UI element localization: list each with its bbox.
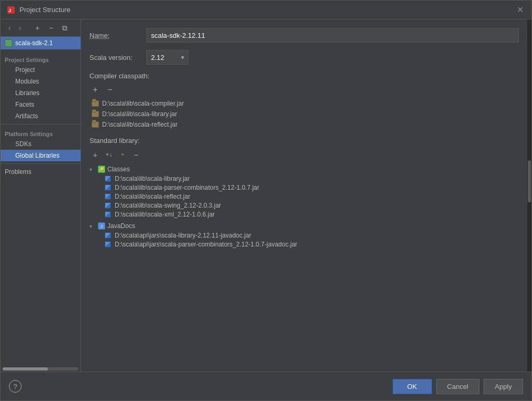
jar-icon-javadoc-1 (104, 241, 112, 248)
jar-icon-4 (104, 211, 112, 218)
classes-group-label: Classes (107, 166, 130, 173)
classpath-toolbar: + − (89, 84, 519, 96)
javadocs-icon-inner: J (98, 222, 105, 230)
std-lib-add-alt-button[interactable]: +↓ (103, 149, 115, 160)
classpath-item-0-label: D:\scala\lib\scala-compiler.jar (102, 100, 184, 107)
classes-chevron: ▾ (89, 167, 96, 172)
javadocs-item-1: D:\scala\api\jars\scala-parser-combinato… (89, 240, 519, 249)
classpath-remove-button[interactable]: − (104, 84, 116, 96)
sidebar-item-modules[interactable]: Modules (1, 76, 81, 87)
sidebar-item-project[interactable]: Project (1, 64, 81, 76)
classes-group-icon: 🔑 (98, 166, 105, 173)
sidebar-item-project-label: Project (15, 66, 35, 74)
tree-container: ▾ 🔑 Classes D:\scala\lib\scala-library.j… (89, 164, 519, 249)
scala-version-wrapper: 2.12 2.13 2.11 ▼ (146, 50, 188, 65)
std-lib-add-button[interactable]: + (89, 149, 101, 160)
sidebar-item-global-libraries-label: Global Libraries (15, 152, 59, 159)
jar-icon-1 (104, 184, 112, 191)
classes-icon-inner: 🔑 (98, 166, 105, 173)
name-label: Name: (89, 32, 142, 39)
javadocs-item-0: D:\scala\api\jars\scala-library-2.12.11-… (89, 231, 519, 240)
scala-version-select[interactable]: 2.12 2.13 2.11 (146, 50, 188, 65)
folder-icon-0 (92, 100, 99, 107)
cancel-button[interactable]: Cancel (436, 379, 479, 394)
help-button[interactable]: ? (9, 380, 22, 393)
sidebar-item-facets[interactable]: Facets (1, 99, 81, 110)
forward-arrow[interactable]: › (15, 23, 25, 33)
sidebar-item-problems[interactable]: Problems (1, 166, 81, 178)
section-project-settings: Project Settings (1, 53, 81, 64)
add-sdk-button[interactable]: + (32, 23, 43, 33)
section-platform-settings: Platform Settings (1, 127, 81, 138)
apply-button[interactable]: Apply (484, 379, 523, 394)
classpath-item-1: D:\scala\lib\scala-library.jar (89, 109, 519, 119)
ok-button[interactable]: OK (393, 379, 432, 394)
jar-icon-3 (104, 202, 112, 209)
classes-group-header[interactable]: ▾ 🔑 Classes (89, 164, 519, 174)
jar-icon-javadoc-0 (104, 232, 112, 239)
classes-item-3: D:\scala\lib\scala-swing_2.12-2.0.3.jar (89, 201, 519, 210)
classpath-item-0: D:\scala\lib\scala-compiler.jar (89, 99, 519, 108)
project-structure-dialog: J Project Structure ✕ ‹ › + − ⧉ sc (0, 0, 532, 401)
scrollbar-thumb (528, 160, 531, 202)
sdk-icon (5, 39, 12, 47)
right-scrollbar[interactable] (527, 19, 531, 372)
sdk-item-label: scala-sdk-2.1 (15, 39, 53, 47)
javadocs-group-label: JavaDocs (107, 222, 135, 230)
dialog-actions: OK Cancel Apply (393, 379, 523, 394)
javadocs-chevron: ▾ (89, 223, 96, 229)
sidebar-item-libraries[interactable]: Libraries (1, 87, 81, 99)
sidebar-scrollbar-thumb (3, 367, 48, 371)
sidebar-divider-2 (1, 163, 81, 164)
scala-version-label: Scala version: (89, 54, 142, 61)
right-panel: Name: Scala version: 2.12 2.13 2.11 ▼ Co… (81, 19, 527, 372)
jar-icon-0 (104, 175, 112, 182)
javadocs-group-icon: J (98, 222, 105, 230)
title-bar: J Project Structure ✕ (1, 1, 531, 19)
copy-sdk-button[interactable]: ⧉ (59, 23, 70, 33)
javadocs-group-header[interactable]: ▾ J JavaDocs (89, 221, 519, 231)
sidebar-divider (1, 124, 81, 125)
sidebar-item-global-libraries[interactable]: Global Libraries (1, 150, 81, 161)
svg-text:J: J (8, 8, 11, 13)
remove-sdk-button[interactable]: − (46, 23, 56, 33)
jar-icon-2 (104, 193, 112, 200)
nav-arrows: ‹ › (5, 23, 25, 33)
app-icon: J (7, 6, 15, 14)
sidebar-item-sdks-label: SDKs (15, 140, 32, 148)
classpath-item-1-label: D:\scala\lib\scala-library.jar (102, 110, 177, 118)
classes-item-0: D:\scala\lib\scala-library.jar (89, 174, 519, 183)
folder-icon-1 (92, 111, 99, 117)
main-content: ‹ › + − ⧉ scala-sdk-2.1 Project Settings… (1, 19, 531, 372)
sidebar-item-libraries-label: Libraries (15, 89, 39, 97)
classes-item-2: D:\scala\lib\scala-reflect.jar (89, 192, 519, 201)
name-input[interactable] (146, 28, 519, 43)
sidebar-item-facets-label: Facets (15, 101, 34, 108)
sidebar-problems-label: Problems (5, 168, 32, 176)
classpath-item-2-label: D:\scala\lib\scala-reflect.jar (102, 121, 177, 128)
std-lib-toolbar: + +↓ + − (89, 149, 519, 160)
folder-icon-2 (92, 121, 99, 128)
sidebar-horizontal-scrollbar[interactable] (3, 367, 78, 371)
sidebar-item-artifacts-label: Artifacts (15, 112, 38, 120)
back-arrow[interactable]: ‹ (5, 23, 14, 33)
classpath-item-2: D:\scala\lib\scala-reflect.jar (89, 120, 519, 129)
name-row: Name: (89, 28, 519, 43)
compiler-classpath-label: Compiler classpath: (89, 72, 519, 80)
classes-item-1: D:\scala\lib\scala-parser-combinators_2.… (89, 183, 519, 192)
sidebar-item-modules-label: Modules (15, 78, 39, 85)
sidebar-item-artifacts[interactable]: Artifacts (1, 110, 81, 122)
dialog-title: Project Structure (19, 6, 71, 14)
standard-library-label: Standard library: (89, 137, 519, 145)
bottom-bar: ? OK Cancel Apply (1, 372, 531, 400)
std-lib-remove-button[interactable]: − (131, 149, 142, 160)
sidebar: ‹ › + − ⧉ scala-sdk-2.1 Project Settings… (1, 19, 81, 372)
sdk-item[interactable]: scala-sdk-2.1 (1, 37, 81, 49)
sidebar-toolbar: ‹ › + − ⧉ (1, 19, 81, 37)
sidebar-item-sdks[interactable]: SDKs (1, 138, 81, 150)
classpath-add-button[interactable]: + (89, 84, 101, 96)
title-bar-left: J Project Structure (7, 6, 71, 14)
close-button[interactable]: ✕ (515, 5, 525, 15)
std-lib-add-type-button[interactable]: + (117, 149, 128, 160)
standard-library-section: Standard library: + +↓ + − ▾ 🔑 Classes (89, 137, 519, 363)
